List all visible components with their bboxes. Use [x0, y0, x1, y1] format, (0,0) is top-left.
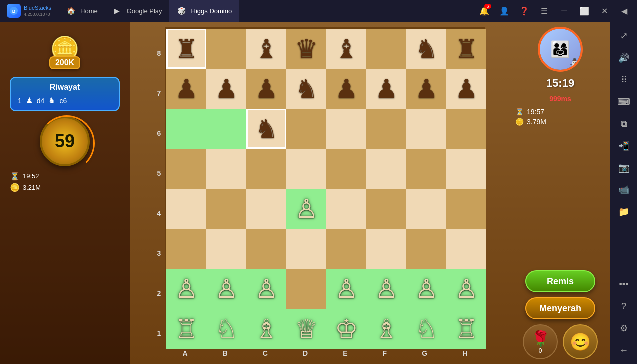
chess-cell[interactable]: [406, 229, 446, 269]
notification-button[interactable]: 🔔 6: [475, 2, 493, 20]
chess-cell[interactable]: [286, 229, 326, 269]
menyerah-button[interactable]: Menyerah: [525, 297, 595, 319]
opp-coin-icon: 🪙: [515, 118, 524, 126]
chess-cell[interactable]: [406, 189, 446, 229]
menu-button[interactable]: ☰: [535, 2, 553, 20]
chess-cell[interactable]: ♙: [406, 269, 446, 309]
back-icon[interactable]: ←: [614, 340, 634, 360]
chess-cell[interactable]: ♖: [166, 309, 206, 349]
maximize-button[interactable]: ⬜: [575, 2, 593, 20]
chess-cell[interactable]: ♖: [446, 309, 486, 349]
coins-label: 200K: [49, 56, 80, 69]
close-button[interactable]: ✕: [595, 2, 613, 20]
emoji-button[interactable]: 😊: [563, 324, 598, 359]
chess-cell[interactable]: [366, 189, 406, 229]
volume-icon[interactable]: 🔊: [614, 48, 634, 68]
dots-grid-icon[interactable]: ⠿: [614, 70, 634, 90]
chess-cell[interactable]: [286, 109, 326, 149]
chess-cell[interactable]: ♞: [406, 29, 446, 69]
chess-cell[interactable]: ♙: [246, 269, 286, 309]
camera-icon[interactable]: 📷: [614, 158, 634, 178]
keyboard-icon[interactable]: ⌨: [614, 92, 634, 112]
rose-button[interactable]: 🌹 0: [523, 324, 558, 359]
account-button[interactable]: 👤: [495, 2, 513, 20]
chess-cell[interactable]: [446, 229, 486, 269]
player-stats: ⏳ 19:52 🪙 3.21M: [5, 171, 125, 192]
tab-google-play[interactable]: ▶ Google Play: [105, 0, 169, 22]
expand-icon[interactable]: ⤢: [614, 26, 634, 46]
back-arrow-button[interactable]: ◀: [615, 2, 633, 20]
chess-cell[interactable]: ♟: [246, 69, 286, 109]
chess-cell[interactable]: ♘: [406, 309, 446, 349]
chess-cell[interactable]: [326, 149, 366, 189]
chess-cell[interactable]: ♝: [326, 29, 366, 69]
chess-cell[interactable]: ♔: [326, 309, 366, 349]
chess-cell[interactable]: ♟: [166, 69, 206, 109]
chess-cell[interactable]: ♛: [286, 29, 326, 69]
chess-cell[interactable]: ♙: [326, 269, 366, 309]
chess-cell[interactable]: ♗: [366, 309, 406, 349]
chess-cell[interactable]: [326, 229, 366, 269]
chess-cell[interactable]: [166, 229, 206, 269]
chess-cell[interactable]: [206, 29, 246, 69]
chess-cell[interactable]: [446, 189, 486, 229]
chess-cell[interactable]: ♜: [446, 29, 486, 69]
brand-name: BlueStacks: [24, 5, 51, 11]
chess-cell[interactable]: [446, 149, 486, 189]
chess-cell[interactable]: [366, 229, 406, 269]
chess-board[interactable]: ♜♝♛♝♞♜♟♟♟♞♟♟♟♟♞♙♙♙♙♙♙♙♙♖♘♗♕♔♗♘♖: [165, 27, 485, 347]
settings-icon[interactable]: ⚙: [614, 318, 634, 338]
left-panel: 🪙 200K Riwayat 1 ♟ d4 ♞ c6 59 ⏳ 19:52 🪙: [0, 22, 130, 364]
chess-cell[interactable]: [286, 269, 326, 309]
chess-cell[interactable]: [206, 189, 246, 229]
chess-cell[interactable]: [166, 189, 206, 229]
chess-cell[interactable]: ♙: [366, 269, 406, 309]
chess-cell[interactable]: [206, 109, 246, 149]
chess-cell[interactable]: [166, 109, 206, 149]
chess-cell[interactable]: [406, 109, 446, 149]
chess-cell[interactable]: ♗: [246, 309, 286, 349]
chess-cell[interactable]: [246, 149, 286, 189]
copy-icon[interactable]: ⧉: [614, 114, 634, 134]
chess-cell[interactable]: ♟: [406, 69, 446, 109]
chess-cell[interactable]: ♙: [206, 269, 246, 309]
chess-cell[interactable]: [206, 149, 246, 189]
chess-cell[interactable]: [206, 229, 246, 269]
chess-cell[interactable]: ♟: [446, 69, 486, 109]
folder-icon[interactable]: 📁: [614, 202, 634, 222]
chess-cell[interactable]: ♝: [246, 29, 286, 69]
tab-home[interactable]: 🏠 Home: [58, 0, 105, 22]
chess-cell[interactable]: ♞: [286, 69, 326, 109]
remis-button[interactable]: Remis: [525, 270, 595, 292]
chess-cell[interactable]: ♞: [246, 109, 286, 149]
chess-cell[interactable]: ♟: [366, 69, 406, 109]
chess-cell[interactable]: ♜: [166, 29, 206, 69]
chess-cell[interactable]: ♙: [286, 189, 326, 229]
video-icon[interactable]: 📹: [614, 180, 634, 200]
chess-cell[interactable]: [326, 109, 366, 149]
chess-cell[interactable]: [366, 149, 406, 189]
chess-cell[interactable]: ♙: [166, 269, 206, 309]
chess-cell[interactable]: [366, 29, 406, 69]
minimize-button[interactable]: ─: [555, 2, 573, 20]
chess-cell[interactable]: [326, 189, 366, 229]
bottom-row: 🌹 0 😊: [523, 324, 598, 359]
chess-cell[interactable]: [246, 229, 286, 269]
install-icon[interactable]: 📲: [614, 136, 634, 156]
chess-cell[interactable]: [286, 149, 326, 189]
chess-cell[interactable]: [366, 109, 406, 149]
more-options-icon[interactable]: •••: [614, 274, 634, 294]
chess-cell[interactable]: ♙: [446, 269, 486, 309]
chess-cell[interactable]: ♕: [286, 309, 326, 349]
chess-cell[interactable]: [446, 109, 486, 149]
chess-cell[interactable]: [166, 149, 206, 189]
chess-cell[interactable]: [406, 149, 446, 189]
chess-cell[interactable]: ♟: [326, 69, 366, 109]
chess-cell[interactable]: ♘: [206, 309, 246, 349]
google-play-icon: ▶: [112, 5, 123, 16]
tab-higgs-domino[interactable]: 🎲 Higgs Domino: [169, 0, 239, 22]
chess-cell[interactable]: [246, 189, 286, 229]
chess-cell[interactable]: ♟: [206, 69, 246, 109]
question-icon[interactable]: ?: [614, 296, 634, 316]
help-button[interactable]: ❓: [515, 2, 533, 20]
